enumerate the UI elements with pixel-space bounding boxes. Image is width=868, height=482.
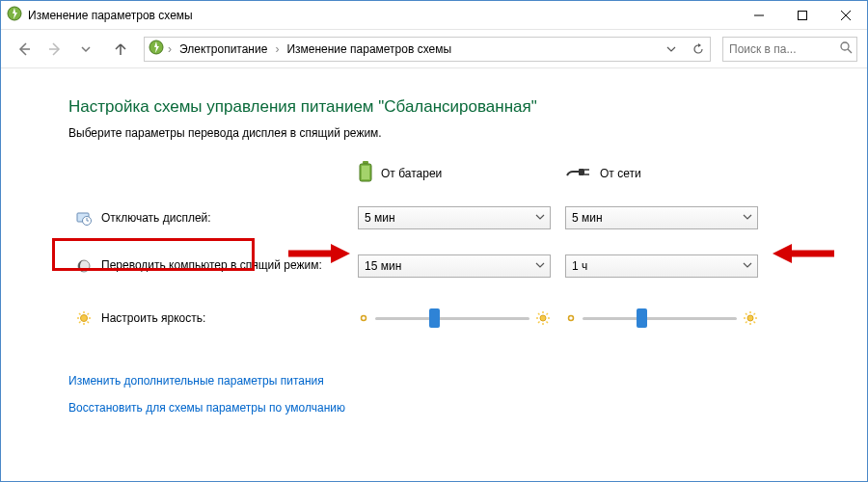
close-button[interactable]	[824, 1, 867, 29]
brightness-battery-slider[interactable]	[358, 307, 551, 330]
sun-icon	[74, 310, 94, 326]
row-display-off: Отключать дисплей: 5 мин 5 мин	[68, 197, 867, 239]
column-battery-label: От батареи	[381, 167, 442, 180]
select-value: 5 мин	[365, 211, 395, 225]
nav-up-button[interactable]	[107, 36, 134, 63]
power-plan-icon	[149, 40, 164, 58]
chevron-down-icon	[742, 259, 753, 274]
search-icon	[839, 40, 853, 57]
sun-big-icon	[535, 310, 551, 326]
display-off-ac-select[interactable]: 5 мин	[565, 206, 758, 229]
select-value: 5 мин	[572, 211, 603, 225]
breadcrumb-item[interactable]: Электропитание	[176, 42, 271, 56]
restore-defaults-link[interactable]: Восстановить для схемы параметры по умол…	[68, 401, 867, 415]
titlebar: Изменение параметров схемы	[1, 1, 867, 30]
window-title: Изменение параметров схемы	[28, 9, 193, 22]
chevron-down-icon	[534, 211, 546, 226]
row-display-controls: 5 мин 5 мин	[358, 206, 773, 229]
battery-icon	[358, 161, 373, 185]
select-value: 1 ч	[572, 259, 587, 273]
row-sleep-controls: 15 мин 1 ч	[358, 254, 773, 278]
row-brightness-label-group: Настроить яркость:	[68, 310, 358, 326]
page-subtext: Выберите параметры перевода дисплея в сп…	[68, 126, 867, 140]
search-input[interactable]	[727, 41, 824, 57]
row-display-label-group: Отключать дисплей:	[68, 210, 358, 226]
display-off-battery-select[interactable]: 5 мин	[358, 206, 551, 229]
refresh-button[interactable]	[687, 38, 710, 61]
display-clock-icon	[74, 210, 94, 226]
window-controls	[737, 1, 867, 29]
svg-point-12	[362, 316, 366, 321]
slider-thumb[interactable]	[429, 308, 440, 328]
window: Изменение параметров схемы	[0, 0, 868, 482]
svg-rect-7	[579, 169, 584, 175]
brightness-ac-slider[interactable]	[565, 307, 758, 330]
column-battery: От батареи	[358, 161, 565, 185]
breadcrumb-sep-icon: ›	[275, 42, 279, 56]
select-value: 15 мин	[365, 259, 401, 273]
nav-back-button[interactable]	[11, 36, 38, 63]
advanced-settings-link[interactable]: Изменить дополнительные параметры питани…	[68, 374, 867, 388]
titlebar-left: Изменение параметров схемы	[1, 6, 193, 24]
minimize-button[interactable]	[737, 1, 780, 29]
breadcrumb-sep-icon: ›	[168, 42, 172, 56]
svg-rect-6	[362, 166, 369, 179]
row-sleep: Переводить компьютер в спящий режим: 15 …	[68, 245, 867, 287]
column-ac-label: От сети	[600, 167, 641, 180]
moon-icon	[74, 258, 94, 274]
column-ac: От сети	[565, 161, 773, 185]
sun-small-icon	[565, 312, 577, 324]
content-area: Настройка схемы управления питанием "Сба…	[1, 68, 867, 415]
plug-icon	[565, 164, 592, 182]
row-brightness: Настроить яркость:	[68, 297, 867, 339]
chevron-down-icon	[742, 211, 753, 226]
svg-point-15	[747, 315, 753, 321]
annotation-arrow-right	[773, 242, 834, 265]
navbar: › Электропитание › Изменение параметров …	[1, 30, 867, 68]
svg-point-14	[569, 316, 574, 321]
nav-forward-button[interactable]	[41, 36, 68, 63]
address-dropdown-button[interactable]	[660, 38, 683, 61]
links-section: Изменить дополнительные параметры питани…	[68, 374, 867, 415]
page-heading: Настройка схемы управления питанием "Сба…	[68, 97, 867, 117]
chevron-down-icon	[534, 259, 546, 274]
sun-big-icon	[743, 310, 758, 326]
power-plan-icon	[7, 6, 22, 24]
svg-point-3	[841, 42, 849, 50]
svg-point-11	[81, 315, 88, 322]
sleep-ac-select[interactable]: 1 ч	[565, 254, 758, 278]
svg-point-13	[540, 315, 546, 321]
slider-track	[583, 317, 737, 320]
address-bar[interactable]: › Электропитание › Изменение параметров …	[144, 37, 711, 62]
row-display-label: Отключать дисплей:	[101, 211, 211, 225]
search-box[interactable]	[722, 37, 857, 62]
sleep-battery-select[interactable]: 15 мин	[358, 254, 551, 278]
annotation-arrow-left	[288, 242, 350, 265]
row-brightness-label: Настроить яркость:	[101, 311, 205, 325]
columns-header: От батареи От сети	[68, 161, 867, 185]
maximize-button[interactable]	[780, 1, 824, 29]
svg-rect-1	[798, 11, 806, 19]
slider-thumb[interactable]	[637, 308, 647, 328]
breadcrumb-item[interactable]: Изменение параметров схемы	[283, 42, 455, 56]
sun-small-icon	[358, 312, 369, 324]
slider-track	[375, 317, 529, 320]
nav-recent-dropdown[interactable]	[72, 36, 99, 63]
row-brightness-controls	[358, 307, 773, 330]
